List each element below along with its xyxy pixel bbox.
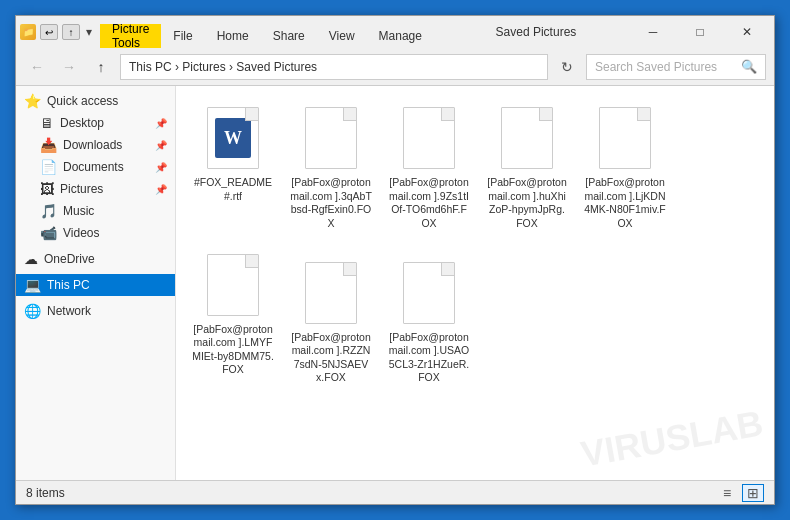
sidebar-label-documents: Documents: [63, 160, 124, 174]
window-controls: ─ □ ✕: [630, 18, 770, 46]
sidebar-label-downloads: Downloads: [63, 138, 122, 152]
file-icon-3: [497, 104, 557, 172]
icons-view-button[interactable]: ⊞: [742, 484, 764, 502]
window-icon: 📁: [20, 24, 36, 40]
sidebar-label-network: Network: [47, 304, 91, 318]
item-count: 8 items: [26, 486, 65, 500]
maximize-button[interactable]: □: [677, 18, 723, 46]
file-icon-2: [399, 104, 459, 172]
file-name-3: [PabFox@proton mail.com ].huXhiZoP-hpymJ…: [486, 176, 568, 231]
pin-icon-downloads: 📌: [155, 140, 167, 151]
sidebar-item-thispc[interactable]: 💻 This PC: [16, 274, 175, 296]
details-view-button[interactable]: ≡: [716, 484, 738, 502]
music-icon: 🎵: [40, 203, 57, 219]
pictures-icon: 🖼: [40, 181, 54, 197]
sidebar-label-videos: Videos: [63, 226, 99, 240]
sidebar-section-thispc: 💻 This PC: [16, 274, 175, 296]
sidebar-label-onedrive: OneDrive: [44, 252, 95, 266]
view-controls: ≡ ⊞: [716, 484, 764, 502]
sidebar-label-thispc: This PC: [47, 278, 90, 292]
sidebar-label-desktop: Desktop: [60, 116, 104, 130]
sidebar-item-network[interactable]: 🌐 Network: [16, 300, 175, 322]
network-icon: 🌐: [24, 303, 41, 319]
file-grid: W #FOX_README#.rtf [PabFox@proton mail.c…: [188, 98, 762, 391]
address-path: This PC › Pictures › Saved Pictures: [129, 60, 317, 74]
list-item[interactable]: [PabFox@proton mail.com ].LMYFMIEt-by8DM…: [188, 245, 278, 392]
up-button[interactable]: ↑: [88, 54, 114, 80]
file-area: W #FOX_README#.rtf [PabFox@proton mail.c…: [176, 86, 774, 480]
file-name-1: [PabFox@proton mail.com ].3qAbTbsd-RgfEx…: [290, 176, 372, 231]
list-item[interactable]: [PabFox@proton mail.com ].RZZN7sdN-5NJSA…: [286, 253, 376, 392]
sidebar-item-desktop[interactable]: 🖥 Desktop 📌: [16, 112, 175, 134]
list-item[interactable]: [PabFox@proton mail.com ].3qAbTbsd-RgfEx…: [286, 98, 376, 237]
pin-icon-pictures: 📌: [155, 184, 167, 195]
sidebar-label-quick-access: Quick access: [47, 94, 118, 108]
sidebar-section-quick-access: ⭐ Quick access 🖥 Desktop 📌 📥 Downloads 📌…: [16, 90, 175, 244]
documents-icon: 📄: [40, 159, 57, 175]
thispc-icon: 💻: [24, 277, 41, 293]
address-box[interactable]: This PC › Pictures › Saved Pictures: [120, 54, 548, 80]
close-button[interactable]: ✕: [724, 18, 770, 46]
file-icon-7: [399, 259, 459, 327]
sidebar-label-music: Music: [63, 204, 94, 218]
quick-access-more[interactable]: ▾: [86, 25, 92, 39]
desktop-icon: 🖥: [40, 115, 54, 131]
list-item[interactable]: [PabFox@proton mail.com ].LjKDN4MK-N80F1…: [580, 98, 670, 237]
refresh-button[interactable]: ↻: [554, 54, 580, 80]
list-item[interactable]: [PabFox@proton mail.com ].USAO5CL3-Zr1HZ…: [384, 253, 474, 392]
file-icon-readme: W: [203, 104, 263, 172]
pin-icon-documents: 📌: [155, 162, 167, 173]
sidebar-section-onedrive: ☁ OneDrive: [16, 248, 175, 270]
quick-access-btn-2[interactable]: ↑: [62, 24, 80, 40]
quick-access-btn-1[interactable]: ↩: [40, 24, 58, 40]
tab-picture-tools[interactable]: Picture Tools: [100, 24, 161, 48]
sidebar: ⭐ Quick access 🖥 Desktop 📌 📥 Downloads 📌…: [16, 86, 176, 480]
tab-home[interactable]: Home: [205, 24, 261, 48]
sidebar-item-music[interactable]: 🎵 Music: [16, 200, 175, 222]
sidebar-section-network: 🌐 Network: [16, 300, 175, 322]
sidebar-item-videos[interactable]: 📹 Videos: [16, 222, 175, 244]
file-name-6: [PabFox@proton mail.com ].RZZN7sdN-5NJSA…: [290, 331, 372, 386]
file-name-2: [PabFox@proton mail.com ].9Zs1tIOf-TO6md…: [388, 176, 470, 231]
word-icon: W: [215, 118, 251, 158]
file-icon-1: [301, 104, 361, 172]
tab-file[interactable]: File: [161, 24, 204, 48]
sidebar-item-onedrive[interactable]: ☁ OneDrive: [16, 248, 175, 270]
main-content: ⭐ Quick access 🖥 Desktop 📌 📥 Downloads 📌…: [16, 86, 774, 480]
ribbon-tabs: Picture Tools File Home Share View Manag…: [100, 16, 434, 48]
file-name-4: [PabFox@proton mail.com ].LjKDN4MK-N80F1…: [584, 176, 666, 231]
tab-share[interactable]: Share: [261, 24, 317, 48]
quick-access-icon: ⭐: [24, 93, 41, 109]
sidebar-label-pictures: Pictures: [60, 182, 103, 196]
search-icon: 🔍: [741, 59, 757, 74]
pin-icon-desktop: 📌: [155, 118, 167, 129]
search-box[interactable]: Search Saved Pictures 🔍: [586, 54, 766, 80]
sidebar-item-downloads[interactable]: 📥 Downloads 📌: [16, 134, 175, 156]
file-name-5: [PabFox@proton mail.com ].LMYFMIEt-by8DM…: [192, 323, 274, 378]
list-item[interactable]: [PabFox@proton mail.com ].huXhiZoP-hpymJ…: [482, 98, 572, 237]
window-title: Saved Pictures: [442, 25, 630, 39]
file-name-7: [PabFox@proton mail.com ].USAO5CL3-Zr1HZ…: [388, 331, 470, 386]
sidebar-item-quick-access[interactable]: ⭐ Quick access: [16, 90, 175, 112]
watermark: VIRUSLAB: [578, 402, 767, 475]
sidebar-item-pictures[interactable]: 🖼 Pictures 📌: [16, 178, 175, 200]
address-bar: ← → ↑ This PC › Pictures › Saved Picture…: [16, 48, 774, 86]
title-bar: 📁 ↩ ↑ ▾ Picture Tools File Home Share Vi…: [16, 16, 774, 48]
file-name-readme: #FOX_README#.rtf: [192, 176, 274, 203]
search-placeholder: Search Saved Pictures: [595, 60, 717, 74]
title-bar-left: 📁 ↩ ↑ ▾: [20, 24, 92, 40]
tab-view[interactable]: View: [317, 24, 367, 48]
list-item[interactable]: W #FOX_README#.rtf: [188, 98, 278, 237]
file-icon-5: [203, 251, 263, 319]
file-icon-6: [301, 259, 361, 327]
onedrive-icon: ☁: [24, 251, 38, 267]
tab-manage[interactable]: Manage: [367, 24, 434, 48]
sidebar-item-documents[interactable]: 📄 Documents 📌: [16, 156, 175, 178]
status-bar: 8 items ≡ ⊞: [16, 480, 774, 504]
minimize-button[interactable]: ─: [630, 18, 676, 46]
list-item[interactable]: [PabFox@proton mail.com ].9Zs1tIOf-TO6md…: [384, 98, 474, 237]
back-button[interactable]: ←: [24, 54, 50, 80]
forward-button[interactable]: →: [56, 54, 82, 80]
videos-icon: 📹: [40, 225, 57, 241]
downloads-icon: 📥: [40, 137, 57, 153]
